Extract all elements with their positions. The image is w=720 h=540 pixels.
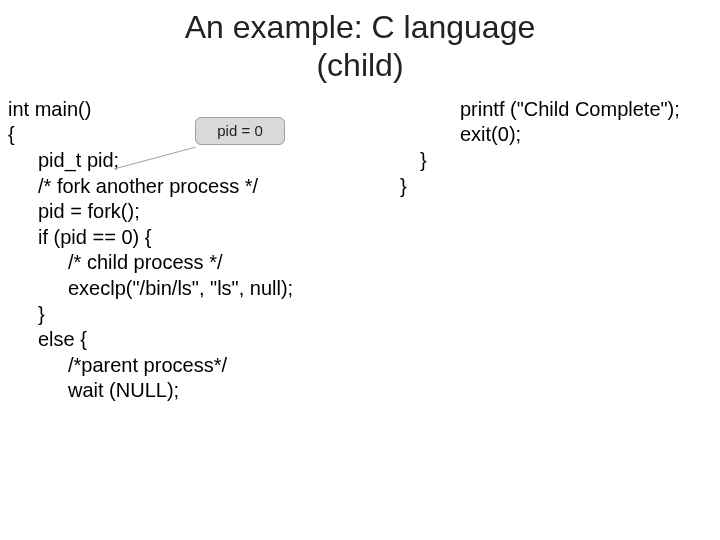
slide-title: An example: C language (child): [0, 0, 720, 85]
code-line: wait (NULL);: [8, 378, 293, 404]
title-line-2: (child): [316, 47, 403, 83]
code-line: /* fork another process */: [8, 174, 293, 200]
callout-label: pid = 0: [217, 122, 262, 139]
code-line: pid_t pid;: [8, 148, 293, 174]
code-line: pid = fork();: [8, 199, 293, 225]
title-line-1: An example: C language: [185, 9, 535, 45]
code-line: }: [380, 174, 680, 200]
code-line: /* child process */: [8, 250, 293, 276]
code-line: /*parent process*/: [8, 353, 293, 379]
code-line: else {: [8, 327, 293, 353]
code-line: printf ("Child Complete");: [380, 97, 680, 123]
code-line: }: [8, 302, 293, 328]
code-line: }: [380, 148, 680, 174]
callout-box: pid = 0: [195, 117, 285, 145]
code-right-column: printf ("Child Complete"); exit(0); } }: [380, 97, 680, 199]
code-line: if (pid == 0) {: [8, 225, 293, 251]
code-line: execlp("/bin/ls", "ls", null);: [8, 276, 293, 302]
code-line: exit(0);: [380, 122, 680, 148]
